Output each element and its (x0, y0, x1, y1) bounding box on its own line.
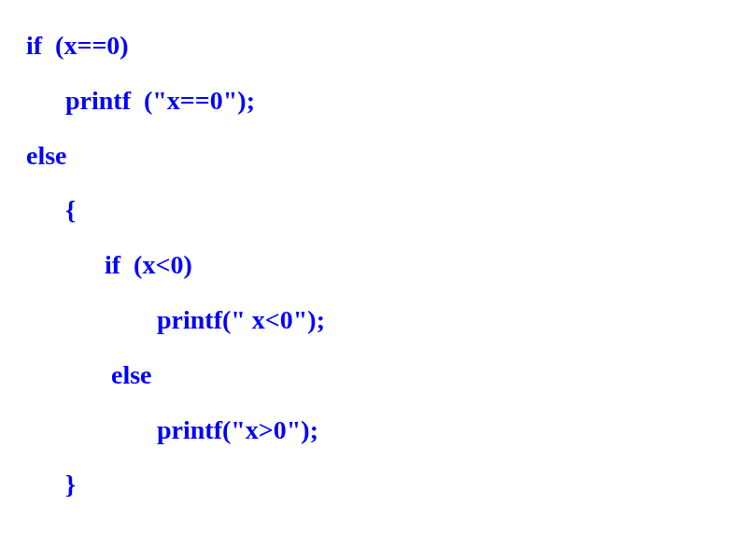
code-line-1: if (x==0) (26, 19, 747, 74)
code-line-4: { (26, 183, 747, 238)
code-block: if (x==0) printf ("x==0"); else { if (x<… (0, 0, 747, 512)
code-line-6: printf(" x<0"); (26, 293, 747, 348)
code-line-3: else (26, 129, 747, 184)
code-line-2: printf ("x==0"); (26, 74, 747, 129)
code-line-9: } (26, 457, 747, 512)
code-line-7: else (26, 348, 747, 403)
code-line-8: printf("x>0"); (26, 403, 747, 458)
code-line-5: if (x<0) (26, 238, 747, 293)
